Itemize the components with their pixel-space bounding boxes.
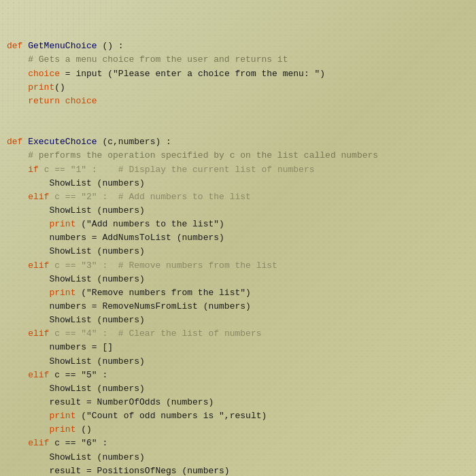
code-token: [7, 69, 28, 79]
code-token: result = PositionsOfNegs (numbers): [7, 466, 230, 476]
code-line: def GetMenuChoice () :: [7, 39, 462, 53]
code-line: result = NumberOfOdds (numbers): [7, 396, 462, 409]
code-line: def ExecuteChoice (c,numbers) :: [7, 135, 462, 149]
code-token: [7, 438, 28, 448]
code-token: [7, 260, 28, 271]
code-token: c == "2" : # Add numbers to the list: [49, 192, 250, 202]
code-line: ShowList (numbers): [7, 355, 462, 369]
code-token: elif: [28, 438, 49, 448]
code-token: ShowList (numbers): [7, 205, 145, 216]
code-token: elif: [28, 328, 49, 339]
code-token: numbers = RemoveNumsFromList (numbers): [7, 301, 251, 311]
code-line: elif c == "6" :: [7, 437, 462, 450]
code-token: elif: [28, 192, 49, 202]
code-line: elif c == "3" : # Remove numbers from th…: [7, 259, 462, 273]
code-token: c == "1" : # Display the current list of…: [39, 165, 315, 175]
code-line: numbers = AddNumsToList (numbers): [7, 231, 462, 245]
code-token: if: [28, 165, 39, 175]
code-token: c == "4" : # Clear the list of numbers: [49, 328, 261, 339]
code-line: if c == "1" : # Display the current list…: [7, 163, 462, 177]
code-token: [7, 219, 49, 229]
code-token: elif: [28, 370, 49, 380]
code-token: ShowList (numbers): [7, 356, 145, 367]
code-line: [7, 108, 462, 122]
code-token: ShowList (numbers): [7, 274, 145, 284]
code-line: ShowList (numbers): [7, 313, 462, 327]
code-line: print(): [7, 81, 462, 95]
code-token: =: [60, 69, 75, 79]
code-line: choice = input ("Please enter a choice f…: [7, 67, 462, 81]
code-line: elif c == "5" :: [7, 369, 462, 382]
code-line: elif c == "2" : # Add numbers to the lis…: [7, 190, 462, 204]
code-token: (): [75, 424, 91, 435]
code-line: [7, 122, 462, 135]
code-line: # performs the operation specified by c …: [7, 149, 462, 163]
code-token: ("Add numbers to the list"): [75, 219, 224, 229]
code-line: ShowList (numbers): [7, 204, 462, 218]
code-token: print: [49, 424, 75, 435]
code-editor-screen: def GetMenuChoice () : # Gets a menu cho…: [0, 0, 476, 476]
code-token: ShowList (numbers): [7, 315, 145, 325]
code-token: ShowList (numbers): [7, 178, 145, 188]
code-token: [7, 96, 28, 106]
code-token: [7, 288, 49, 298]
code-line: print ("Add numbers to the list"): [7, 218, 462, 231]
code-display: def GetMenuChoice () : # Gets a menu cho…: [7, 7, 462, 476]
code-token: c == "6" :: [49, 438, 107, 448]
code-token: (): [54, 82, 65, 92]
code-token: choice: [65, 96, 97, 106]
code-line: print ("Remove numbers from the list"): [7, 286, 462, 300]
code-token: ("Please enter a choice from the menu: "…: [102, 69, 325, 79]
code-token: ExecuteChoice: [28, 137, 97, 147]
code-token: print: [49, 219, 75, 229]
code-token: numbers = []: [7, 342, 113, 352]
code-token: # performs the operation specified by c …: [7, 150, 378, 160]
code-token: print: [49, 288, 75, 298]
code-line: numbers = RemoveNumsFromList (numbers): [7, 300, 462, 313]
code-token: [7, 411, 49, 421]
code-token: [7, 82, 28, 92]
code-line: result = PositionsOfNegs (numbers): [7, 464, 462, 476]
code-token: [7, 165, 28, 175]
code-line: ShowList (numbers): [7, 177, 462, 190]
code-token: [7, 370, 28, 380]
code-line: numbers = []: [7, 341, 462, 354]
code-line: ShowList (numbers): [7, 451, 462, 464]
code-token: print: [49, 411, 75, 421]
code-token: (c,numbers) :: [97, 137, 171, 147]
code-token: print: [28, 82, 54, 92]
code-token: # Gets a menu choice from the user and r…: [7, 54, 288, 65]
code-token: c == "5" :: [49, 370, 107, 380]
code-line: elif c == "4" : # Clear the list of numb…: [7, 327, 462, 341]
code-token: c == "3" : # Remove numbers from the lis…: [49, 260, 277, 271]
code-token: [7, 424, 49, 435]
code-token: [7, 328, 28, 339]
code-token: result = NumberOfOdds (numbers): [7, 397, 214, 407]
code-token: () :: [97, 41, 124, 51]
code-token: ShowList (numbers): [7, 384, 145, 394]
code-token: ShowList (numbers): [7, 246, 145, 256]
code-token: def: [7, 137, 28, 147]
code-token: ShowList (numbers): [7, 452, 145, 462]
code-line: ShowList (numbers): [7, 245, 462, 258]
code-line: print (): [7, 423, 462, 437]
code-token: elif: [28, 260, 49, 271]
code-token: ("Remove numbers from the list"): [75, 288, 250, 298]
code-token: def: [7, 41, 28, 51]
code-line: ShowList (numbers): [7, 273, 462, 286]
code-token: input: [75, 69, 102, 79]
code-token: [60, 96, 65, 106]
code-line: # Gets a menu choice from the user and r…: [7, 53, 462, 67]
code-token: return: [28, 96, 60, 106]
code-token: numbers = AddNumsToList (numbers): [7, 233, 224, 243]
code-line: print ("Count of odd numbers is ",result…: [7, 409, 462, 423]
code-token: choice: [28, 69, 60, 79]
code-line: return choice: [7, 95, 462, 108]
code-token: GetMenuChoice: [28, 41, 97, 51]
code-token: [7, 192, 28, 202]
code-token: ("Count of odd numbers is ",result): [75, 411, 267, 421]
code-line: ShowList (numbers): [7, 382, 462, 396]
